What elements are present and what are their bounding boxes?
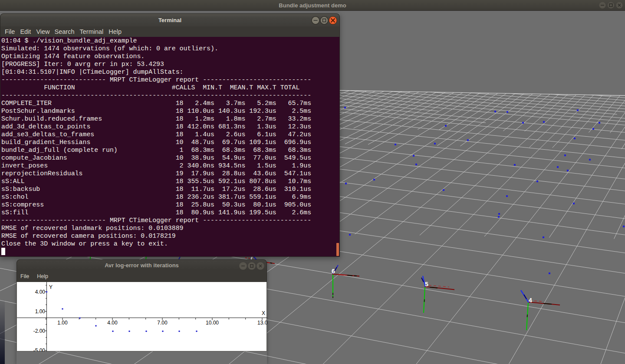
svg-text:4.00: 4.00 — [107, 320, 118, 326]
svg-text:4.00: 4.00 — [35, 289, 46, 295]
svg-text:-5.00: -5.00 — [33, 348, 46, 351]
svg-text:7.00: 7.00 — [157, 320, 168, 326]
svg-text:-2.00: -2.00 — [33, 328, 46, 334]
svg-text:13.00: 13.00 — [257, 320, 267, 326]
svg-text:1.00: 1.00 — [35, 308, 46, 315]
svg-text:10.00: 10.00 — [206, 320, 219, 326]
svg-text:5: 5 — [425, 281, 428, 288]
svg-text:4: 4 — [529, 297, 532, 304]
svg-text:Y: Y — [49, 284, 53, 290]
svg-text:6: 6 — [332, 268, 335, 275]
svg-text:X: X — [262, 310, 265, 316]
svg-text:1.00: 1.00 — [57, 320, 68, 326]
